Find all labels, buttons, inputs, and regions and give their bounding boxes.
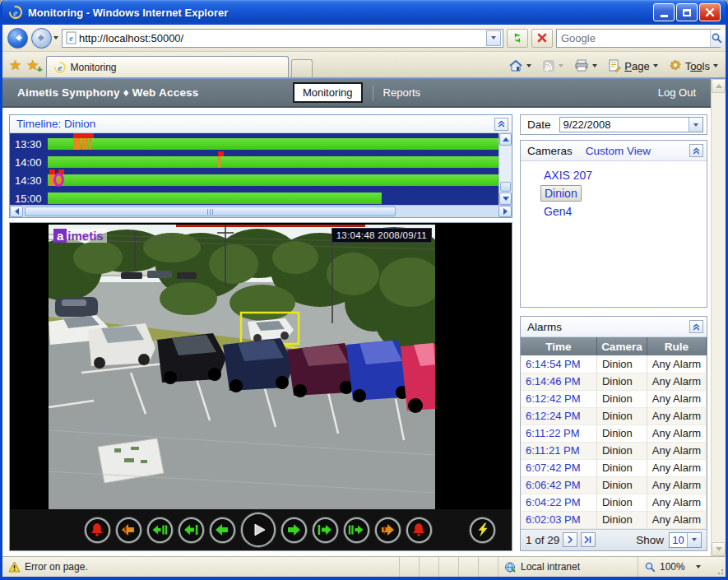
alarm-time-link[interactable]: 6:14:54 PM — [521, 355, 596, 373]
alarm-marker-stem[interactable] — [89, 138, 91, 150]
scroll-down-button[interactable] — [712, 542, 726, 556]
add-favorite-button[interactable]: ★+ — [26, 58, 39, 72]
play-reverse-button[interactable] — [210, 517, 235, 543]
date-dropdown-button[interactable] — [689, 118, 702, 132]
alarm-time-link[interactable]: 6:11:21 PM — [521, 442, 596, 459]
address-dropdown[interactable] — [486, 30, 501, 46]
stop-button[interactable] — [531, 29, 553, 48]
page-menu-button[interactable]: Page — [604, 58, 661, 74]
new-tab-button[interactable] — [291, 59, 313, 77]
alarm-marker[interactable] — [88, 133, 94, 138]
alarms-collapse-button[interactable] — [689, 320, 703, 333]
alarm-time-link[interactable]: 6:14:46 PM — [521, 373, 596, 390]
alarm-row[interactable]: 6:02:03 PMDinionAny Alarm — [521, 511, 707, 528]
play-forward-button[interactable] — [281, 517, 307, 543]
next-alarm-button[interactable] — [406, 517, 432, 543]
nav-reports-button[interactable]: Reports — [383, 86, 421, 99]
alarm-time-link[interactable]: 6:02:03 PM — [521, 511, 596, 528]
scroll-up-button[interactable] — [712, 79, 726, 93]
favorites-star-icon[interactable]: ★ — [9, 58, 21, 72]
timeline-track[interactable] — [48, 137, 498, 151]
alarm-time-link[interactable]: 6:12:42 PM — [521, 390, 596, 407]
address-bar[interactable]: e — [62, 29, 503, 48]
alarm-time-link[interactable]: 6:07:42 PM — [521, 459, 596, 476]
logout-link[interactable]: Log Out — [658, 86, 696, 99]
alarm-marker-stem[interactable] — [86, 138, 88, 150]
alarms-column-header[interactable]: Camera — [596, 337, 647, 355]
feeds-button[interactable] — [538, 58, 568, 74]
last-page-button[interactable] — [581, 532, 596, 547]
url-input[interactable] — [79, 32, 486, 44]
prev-motion-button[interactable] — [116, 517, 141, 543]
timeline-collapse-button[interactable] — [494, 118, 508, 131]
alarm-time-link[interactable]: 6:12:24 PM — [521, 407, 596, 425]
alarm-row[interactable]: 6:07:42 PMDinionAny Alarm — [521, 459, 707, 476]
minimize-button[interactable] — [653, 3, 675, 21]
home-button[interactable] — [504, 58, 536, 74]
search-input[interactable] — [557, 32, 710, 44]
alarm-time-link[interactable]: 6:11:22 PM — [521, 425, 596, 442]
alarm-row[interactable]: 6:12:24 PMDinionAny Alarm — [521, 407, 707, 425]
tools-menu-button[interactable]: Tools — [665, 58, 722, 74]
timeline-row[interactable]: 14:00 — [10, 153, 498, 171]
timeline-track[interactable] — [48, 155, 498, 169]
page-size-dropdown-button[interactable] — [687, 533, 701, 547]
zoom-dropdown[interactable] — [696, 565, 701, 568]
step-back-button[interactable] — [179, 517, 204, 543]
alarm-row[interactable]: 6:12:42 PMDinionAny Alarm — [521, 390, 707, 407]
close-button[interactable] — [699, 3, 721, 21]
alarm-marker[interactable] — [218, 151, 224, 156]
recorded-video-bar[interactable] — [48, 156, 498, 168]
cameras-collapse-button[interactable] — [689, 144, 703, 157]
camera-item-dinion[interactable]: Dinion — [540, 185, 582, 202]
alarm-marker-stem[interactable] — [82, 138, 85, 150]
timeline-track[interactable] — [48, 174, 498, 187]
timeline-horizontal-scrollbar[interactable] — [10, 205, 512, 217]
jump-back-button[interactable] — [147, 517, 173, 543]
alarm-time-link[interactable]: 6:06:42 PM — [521, 476, 596, 494]
alarm-row[interactable]: 6:11:22 PMDinionAny Alarm — [521, 425, 707, 442]
timeline-vertical-scrollbar[interactable] — [498, 133, 512, 205]
next-page-button[interactable] — [563, 532, 577, 547]
page-scrollbar[interactable] — [711, 79, 726, 556]
alarm-time-link[interactable]: 6:04:22 PM — [521, 494, 596, 511]
back-button[interactable] — [7, 28, 28, 49]
alarms-column-header[interactable]: Rule — [647, 337, 706, 355]
live-button[interactable] — [470, 517, 495, 543]
scroll-right-button[interactable] — [498, 206, 512, 217]
alarm-marker-stem[interactable] — [218, 156, 220, 168]
recorded-video-bar[interactable] — [48, 138, 498, 150]
scrollbar-thumb[interactable] — [500, 182, 511, 192]
search-button[interactable] — [710, 30, 728, 47]
timeline-row[interactable]: 15:00 — [10, 189, 498, 207]
timeline-row[interactable]: 13:30 — [10, 135, 498, 153]
recorded-video-bar[interactable] — [48, 193, 382, 204]
alarm-marker-stem[interactable] — [78, 138, 81, 150]
next-motion-button[interactable] — [375, 517, 401, 543]
timeline-rows[interactable]: 13:3014:0014:3015:00 — [10, 133, 498, 205]
camera-item-gen4[interactable]: Gen4 — [540, 204, 575, 219]
scroll-up-button[interactable] — [499, 133, 512, 146]
print-button[interactable] — [570, 58, 601, 74]
forward-button[interactable] — [31, 28, 52, 49]
prev-alarm-button[interactable] — [85, 517, 110, 543]
recent-pages-dropdown[interactable] — [53, 36, 58, 39]
tab-monitoring[interactable]: e Monitoring — [46, 56, 289, 77]
refresh-button[interactable] — [507, 29, 528, 48]
video-stage[interactable]: aimetis 13:04:48 2008/09/11 — [10, 223, 512, 509]
timeline-row[interactable]: 14:30 — [10, 171, 498, 189]
scroll-left-button[interactable] — [10, 206, 23, 217]
alarm-row[interactable]: 6:11:21 PMDinionAny Alarm — [521, 442, 707, 459]
camera-video-feed[interactable]: aimetis 13:04:48 2008/09/11 — [49, 225, 435, 511]
maximize-button[interactable] — [676, 3, 698, 21]
scrollbar-thumb[interactable] — [25, 206, 396, 216]
page-size-select[interactable]: 10 — [669, 532, 702, 548]
timeline-track[interactable] — [48, 192, 498, 205]
zoom-control[interactable]: 100% — [638, 557, 714, 577]
step-forward-button[interactable] — [313, 517, 338, 543]
resize-grip[interactable] — [714, 557, 726, 577]
alarm-row[interactable]: 6:14:54 PMDinionAny Alarm — [521, 355, 707, 373]
play-button[interactable] — [241, 513, 276, 547]
jump-forward-button[interactable] — [344, 517, 369, 543]
alarm-row[interactable]: 6:06:42 PMDinionAny Alarm — [521, 476, 707, 494]
